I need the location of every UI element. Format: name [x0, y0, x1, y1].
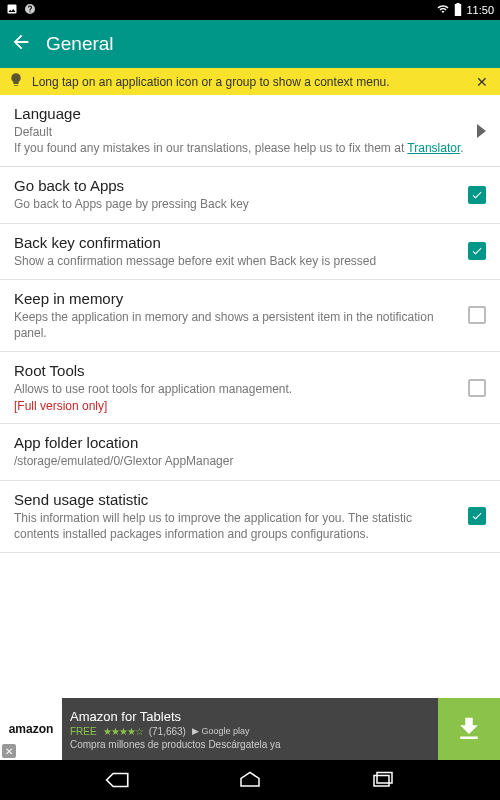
setting-go-back-to-apps[interactable]: Go back to Apps Go back to Apps page by …	[0, 167, 500, 223]
setting-sub: Allows to use root tools for application…	[14, 381, 458, 397]
ad-close-icon[interactable]: ✕	[2, 744, 16, 758]
chevron-right-icon	[477, 124, 486, 138]
ad-title: Amazon for Tablets	[70, 709, 430, 724]
settings-list: Language Default If you found any mistak…	[0, 95, 500, 553]
checkbox-unchecked[interactable]	[468, 379, 486, 397]
setting-back-key-confirmation[interactable]: Back key confirmation Show a confirmatio…	[0, 224, 500, 280]
ad-desc: Compra millones de productos Descárgatel…	[70, 739, 430, 750]
navigation-bar	[0, 760, 500, 800]
setting-sub: Keeps the application in memory and show…	[14, 309, 458, 341]
setting-sub: /storage/emulated/0/Glextor AppManager	[14, 453, 476, 469]
nav-home-button[interactable]	[235, 768, 265, 792]
help-icon	[24, 3, 36, 17]
setting-title: Go back to Apps	[14, 177, 458, 194]
wifi-icon	[436, 3, 450, 17]
checkbox-checked[interactable]	[468, 186, 486, 204]
setting-root-tools[interactable]: Root Tools Allows to use root tools for …	[0, 352, 500, 424]
setting-help: If you found any mistakes in our transla…	[14, 140, 467, 156]
setting-sub: Go back to Apps page by pressing Back ke…	[14, 196, 458, 212]
bulb-icon	[8, 72, 24, 91]
setting-title: Language	[14, 105, 467, 122]
ad-app-icon: amazon ✕	[0, 698, 62, 760]
nav-back-button[interactable]	[103, 768, 133, 792]
setting-send-usage-statistic[interactable]: Send usage statistic This information wi…	[0, 481, 500, 553]
ad-price: FREE	[70, 726, 97, 737]
nav-recent-button[interactable]	[368, 768, 398, 792]
ad-store: ▶ Google play	[192, 726, 250, 736]
battery-icon	[454, 3, 462, 18]
setting-warning: [Full version only]	[14, 399, 458, 413]
page-title: General	[46, 33, 114, 55]
image-icon	[6, 3, 18, 17]
setting-app-folder-location[interactable]: App folder location /storage/emulated/0/…	[0, 424, 500, 480]
ad-rating-count: (71,663)	[149, 726, 186, 737]
setting-title: Root Tools	[14, 362, 458, 379]
status-bar: 11:50	[0, 0, 500, 20]
setting-sub: Show a confirmation message before exit …	[14, 253, 458, 269]
ad-download-button[interactable]	[438, 698, 500, 760]
checkbox-checked[interactable]	[468, 242, 486, 260]
setting-value: Default	[14, 124, 467, 140]
ad-banner[interactable]: amazon ✕ Amazon for Tablets FREE ★★★★☆ (…	[0, 698, 500, 760]
setting-title: App folder location	[14, 434, 476, 451]
ad-brand: amazon	[9, 722, 54, 736]
checkbox-checked[interactable]	[468, 507, 486, 525]
close-icon[interactable]: ✕	[472, 74, 492, 90]
tip-text: Long tap on an application icon or a gro…	[32, 75, 472, 89]
tip-bar: Long tap on an application icon or a gro…	[0, 68, 500, 95]
back-icon[interactable]	[10, 31, 32, 57]
setting-title: Back key confirmation	[14, 234, 458, 251]
checkbox-unchecked[interactable]	[468, 306, 486, 324]
setting-title: Send usage statistic	[14, 491, 458, 508]
setting-keep-in-memory[interactable]: Keep in memory Keeps the application in …	[0, 280, 500, 352]
translator-link[interactable]: Translator	[407, 141, 460, 155]
app-bar: General	[0, 20, 500, 68]
status-time: 11:50	[466, 4, 494, 16]
ad-stars: ★★★★☆	[103, 726, 143, 737]
setting-language[interactable]: Language Default If you found any mistak…	[0, 95, 500, 167]
setting-title: Keep in memory	[14, 290, 458, 307]
setting-sub: This information will help us to improve…	[14, 510, 458, 542]
ad-body: Amazon for Tablets FREE ★★★★☆ (71,663) ▶…	[62, 698, 438, 760]
